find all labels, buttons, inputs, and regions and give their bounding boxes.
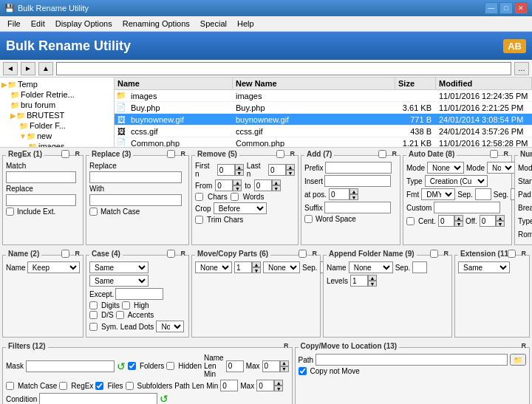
insert-input[interactable] bbox=[324, 175, 391, 187]
table-row[interactable]: 📄 Common.php Common.php 1.21 KB 11/01/20… bbox=[115, 137, 532, 147]
last-n-input[interactable] bbox=[268, 164, 286, 176]
path-len-max-input[interactable] bbox=[256, 380, 274, 391]
at-pos-input[interactable] bbox=[329, 188, 349, 200]
replace-match-case-checkbox[interactable] bbox=[89, 208, 98, 216]
autodate-fmt-select[interactable]: DMY bbox=[421, 188, 455, 200]
extension-enabled-checkbox[interactable] bbox=[508, 250, 516, 258]
last-n-down[interactable]: ▼ bbox=[286, 170, 295, 176]
tree-item-folder-retrieve[interactable]: 📁 Folder Retrie... bbox=[1, 89, 112, 100]
add-enabled-checkbox[interactable] bbox=[378, 150, 386, 158]
af-name-select[interactable]: None bbox=[349, 261, 393, 273]
from-up[interactable]: ▲ bbox=[233, 179, 242, 185]
tree-item-bru-forum[interactable]: 📁 bru forum bbox=[1, 100, 112, 110]
mc-v1-down[interactable]: ▼ bbox=[252, 267, 261, 273]
close-button[interactable]: ✕ bbox=[514, 2, 528, 14]
menu-file[interactable]: File bbox=[3, 18, 25, 30]
off-down[interactable]: ▼ bbox=[496, 221, 505, 227]
cent-up[interactable]: ▲ bbox=[454, 215, 463, 221]
nav-forward-button[interactable]: ► bbox=[21, 62, 35, 75]
crop-select[interactable]: BeforeAfter bbox=[214, 202, 267, 214]
chars-checkbox[interactable] bbox=[195, 193, 203, 201]
maximize-button[interactable]: □ bbox=[499, 2, 513, 14]
af-levels-input[interactable] bbox=[350, 275, 368, 287]
name-len-max-input[interactable] bbox=[262, 360, 280, 372]
copy-not-move-checkbox[interactable] bbox=[299, 367, 307, 375]
menu-edit[interactable]: Edit bbox=[27, 18, 50, 30]
to-input[interactable] bbox=[254, 179, 272, 191]
plm-up[interactable]: ▲ bbox=[274, 380, 283, 386]
cent-input[interactable] bbox=[438, 215, 454, 227]
with-input[interactable] bbox=[89, 194, 182, 206]
nav-back-button[interactable]: ◄ bbox=[3, 62, 18, 75]
ds-checkbox[interactable] bbox=[89, 311, 98, 319]
off-input[interactable] bbox=[480, 215, 496, 227]
sym-checkbox[interactable] bbox=[89, 323, 98, 331]
movecopy-select2[interactable]: None bbox=[263, 261, 300, 273]
table-row[interactable]: 📁 images images 11/01/2016 12:24:35 PM bbox=[115, 90, 532, 102]
from-down[interactable]: ▼ bbox=[233, 185, 242, 191]
table-row[interactable]: 🖼 ccss.gif ccss.gif 438 B 24/01/2014 3:5… bbox=[115, 126, 532, 137]
remove-enabled-checkbox[interactable] bbox=[276, 150, 284, 158]
copymove-path-input[interactable] bbox=[316, 354, 508, 366]
copymove-browse-button[interactable]: 📁 bbox=[510, 354, 526, 366]
matchcase-filter-checkbox[interactable] bbox=[6, 382, 14, 390]
movecopy-select1[interactable]: None bbox=[195, 261, 232, 273]
subfolders-checkbox[interactable] bbox=[126, 382, 134, 390]
menu-renaming-options[interactable]: Renaming Options bbox=[118, 18, 194, 30]
table-row[interactable]: 📄 Buy.php Buy.php 3.61 KB 11/01/2016 2:2… bbox=[115, 102, 532, 114]
lead-dots-select[interactable]: Non bbox=[156, 321, 184, 332]
movecopy-val1[interactable] bbox=[234, 261, 252, 273]
cent-checkbox[interactable] bbox=[406, 217, 415, 225]
first-n-up[interactable]: ▲ bbox=[235, 164, 244, 170]
movecopy-enabled-checkbox[interactable] bbox=[299, 250, 307, 258]
case-select[interactable]: SameUpperLowerTitle bbox=[89, 261, 149, 273]
extension-select[interactable]: SameUpperLowerFixedExtraRemove bbox=[458, 261, 510, 273]
tree-item-temp[interactable]: ▶📁 Temp bbox=[1, 79, 112, 89]
tree-item-images[interactable]: 📁 images... bbox=[1, 141, 112, 147]
af-levels-down[interactable]: ▼ bbox=[368, 281, 377, 287]
accents-checkbox[interactable] bbox=[116, 311, 124, 319]
files-checkbox[interactable] bbox=[95, 382, 103, 390]
path-len-min-input[interactable] bbox=[220, 380, 238, 391]
mask-input[interactable] bbox=[26, 360, 115, 372]
words-checkbox[interactable] bbox=[231, 193, 239, 201]
tree-item-brutest[interactable]: ▶📁 BRUTEST bbox=[1, 110, 112, 120]
to-down[interactable]: ▼ bbox=[272, 185, 281, 191]
case-select2[interactable]: SameUpperLower bbox=[89, 275, 149, 287]
folders-checkbox[interactable] bbox=[128, 362, 136, 370]
menu-special[interactable]: Special bbox=[196, 18, 231, 30]
minimize-button[interactable]: — bbox=[485, 2, 498, 14]
file-list[interactable]: Name New Name Size Modified 📁 images ima… bbox=[115, 78, 532, 147]
path-input[interactable]: C:\Temp\BRUTEST\new bbox=[56, 62, 511, 75]
to-up[interactable]: ▲ bbox=[272, 179, 281, 185]
replace-input[interactable] bbox=[89, 171, 182, 183]
high-checkbox[interactable] bbox=[122, 301, 130, 309]
nav-up-button[interactable]: ▲ bbox=[38, 62, 53, 75]
cent-down[interactable]: ▼ bbox=[454, 221, 463, 227]
appendfolder-enabled-checkbox[interactable] bbox=[430, 250, 438, 258]
off-up[interactable]: ▲ bbox=[496, 215, 505, 221]
autodate-sep-input[interactable] bbox=[475, 188, 491, 200]
autodate-type-select[interactable]: Creation (Cu bbox=[425, 175, 488, 187]
plm-down[interactable]: ▼ bbox=[274, 386, 283, 391]
prefix-input[interactable] bbox=[325, 162, 392, 174]
regex-include-ext-checkbox[interactable] bbox=[6, 208, 14, 216]
autodate-enabled-checkbox[interactable] bbox=[490, 150, 498, 158]
nlm-down[interactable]: ▼ bbox=[280, 366, 289, 372]
autodate-custom-input[interactable] bbox=[434, 202, 500, 213]
tree-item-new[interactable]: ▼📁 new bbox=[1, 131, 112, 141]
hidden-checkbox[interactable] bbox=[166, 362, 174, 370]
regex-enabled-checkbox[interactable] bbox=[61, 150, 69, 158]
first-n-input[interactable] bbox=[217, 164, 235, 176]
digits-checkbox[interactable] bbox=[89, 301, 98, 309]
table-row[interactable]: 🖼 buynownew.gif buynownew.gif 771 B 24/0… bbox=[115, 114, 532, 126]
last-n-up[interactable]: ▲ bbox=[286, 164, 295, 170]
trim-checkbox[interactable] bbox=[195, 216, 203, 224]
suffix-input[interactable] bbox=[324, 202, 391, 213]
regex-filter-checkbox[interactable] bbox=[59, 382, 67, 390]
first-n-down[interactable]: ▼ bbox=[235, 170, 244, 176]
case-enabled-checkbox[interactable] bbox=[167, 250, 175, 258]
autodate-mode2-select[interactable]: None bbox=[487, 162, 515, 174]
replace-enabled-checkbox[interactable] bbox=[167, 150, 175, 158]
at-pos-up[interactable]: ▲ bbox=[349, 188, 358, 194]
